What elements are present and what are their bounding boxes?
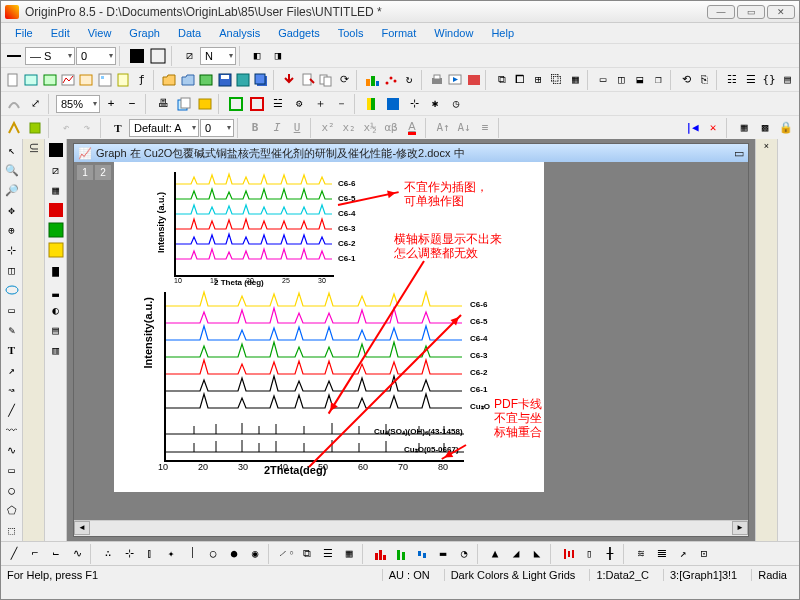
menu-graph[interactable]: Graph (121, 25, 168, 41)
batch-btn[interactable] (364, 70, 381, 90)
right-tab-panel[interactable]: × (755, 139, 777, 541)
duplicate-btn[interactable]: ⎘ (696, 70, 713, 90)
plot-2panel[interactable]: ⧉ (297, 544, 317, 564)
color-fill[interactable]: ▆ (47, 261, 65, 279)
italic-btn[interactable]: I (266, 118, 286, 138)
add-plot-btn[interactable]: ＋ (310, 94, 330, 114)
polyline-tool[interactable]: 〰 (3, 421, 21, 439)
plot-bubble-color[interactable]: ◉ (245, 544, 265, 564)
new-workbook-btn[interactable] (22, 70, 39, 90)
tile-v-btn[interactable]: ◫ (613, 70, 630, 90)
decrease-font-btn[interactable]: A↓ (454, 118, 474, 138)
line-tool[interactable]: ╱ (3, 401, 21, 419)
zoom-in-tool[interactable]: 🔍 (3, 161, 21, 179)
font-size-combo[interactable]: 0 (200, 119, 234, 137)
minimize-button[interactable]: — (707, 5, 735, 19)
font-combo[interactable]: Default: A (129, 119, 199, 137)
font-color-btn[interactable]: A (402, 118, 422, 138)
marker-none-btn[interactable]: ⧄ (179, 46, 199, 66)
circle-tool[interactable]: ○ (3, 481, 21, 499)
dup-layer-btn[interactable]: ⿻ (548, 70, 565, 90)
add-xy-scale-btn[interactable]: ⊹ (404, 94, 424, 114)
graph-window[interactable]: 📈 Graph 在 Cu2O包覆碱式铜盐核壳型催化剂的研制及催化性能-修改2.d… (73, 143, 749, 537)
scatter-btn[interactable] (382, 70, 399, 90)
color-yellow[interactable] (47, 241, 65, 259)
plot-float-column[interactable] (412, 544, 432, 564)
line-width-combo[interactable]: 0 (76, 47, 116, 65)
tile-h-btn[interactable]: ⬓ (631, 70, 648, 90)
menu-help[interactable]: Help (483, 25, 522, 41)
supsub-btn[interactable]: x½ (360, 118, 380, 138)
color-map[interactable]: ▥ (47, 341, 65, 359)
line-style-btn[interactable] (4, 46, 24, 66)
data-reader-tool[interactable]: ⊕ (3, 221, 21, 239)
menu-data[interactable]: Data (170, 25, 209, 41)
recalc-btn[interactable]: ↻ (400, 70, 417, 90)
copy-format-btn[interactable] (25, 118, 45, 138)
data-selector-tool[interactable]: ◫ (3, 261, 21, 279)
import-single-btn[interactable] (299, 70, 316, 90)
menu-analysis[interactable]: Analysis (211, 25, 268, 41)
refresh-btn[interactable]: ⟲ (677, 70, 694, 90)
cmd-window-btn[interactable]: ▤ (779, 70, 796, 90)
copy-page-btn[interactable] (174, 94, 194, 114)
plot-vstep[interactable]: ⌙ (46, 544, 66, 564)
save-btn[interactable] (216, 70, 233, 90)
plot-scatter[interactable]: ∴ (98, 544, 118, 564)
plot-template[interactable]: ⊡ (694, 544, 714, 564)
rescale-btn[interactable]: ⤢ (25, 94, 45, 114)
save-all-btn[interactable] (253, 70, 270, 90)
remove-plot-btn[interactable]: － (331, 94, 351, 114)
graph-restore-btn[interactable]: ▭ (734, 147, 744, 160)
align-left-btn[interactable]: ≡ (475, 118, 495, 138)
lock-btn[interactable]: 🔒 (776, 118, 796, 138)
screen-reader-tool[interactable]: ⊹ (3, 241, 21, 259)
menu-gadgets[interactable]: Gadgets (270, 25, 328, 41)
plot-vector[interactable]: ↗ (673, 544, 693, 564)
new-graph-btn[interactable] (59, 70, 76, 90)
add-cmap-btn[interactable] (383, 94, 403, 114)
plot-yerror[interactable]: ⫿ (140, 544, 160, 564)
tile-btn[interactable]: ▦ (566, 70, 583, 90)
import-wizard-btn[interactable] (281, 70, 298, 90)
color-none[interactable]: ⧄ (47, 161, 65, 179)
rescale-show-all-btn[interactable] (226, 94, 246, 114)
plot-pie[interactable]: ◔ (454, 544, 474, 564)
graph-hscroll[interactable]: ◄ ► (74, 520, 748, 536)
plot-area[interactable]: ▲ (485, 544, 505, 564)
menu-tools[interactable]: Tools (330, 25, 372, 41)
redo-btn[interactable]: ↷ (77, 118, 97, 138)
plot-xyerror[interactable]: ✦ (161, 544, 181, 564)
plot-line[interactable]: ╱ (4, 544, 24, 564)
menu-file[interactable]: File (7, 25, 41, 41)
zoom-combo[interactable]: 85% (56, 95, 100, 113)
fill-color-btn[interactable] (127, 46, 147, 66)
m-start-btn[interactable]: |◀ (682, 118, 702, 138)
increase-font-btn[interactable]: A↑ (433, 118, 453, 138)
superscript-btn[interactable]: x² (318, 118, 338, 138)
right-close-icon[interactable]: × (762, 139, 771, 153)
plot-3panel[interactable]: ☰ (318, 544, 338, 564)
region-object-tool[interactable]: ⬚ (3, 521, 21, 539)
plot-hilo[interactable] (558, 544, 578, 564)
marker-fill-btn[interactable]: ◨ (268, 46, 288, 66)
code-builder-btn[interactable]: {} (760, 70, 777, 90)
plot-scatter-central[interactable]: ⊹ (119, 544, 139, 564)
antialias-btn[interactable] (4, 94, 24, 114)
slideshow-btn[interactable] (447, 70, 464, 90)
layer-tab-1[interactable]: 1 (77, 165, 93, 180)
new-layout-btn[interactable] (96, 70, 113, 90)
text-tool[interactable]: T (3, 341, 21, 359)
plot-bubble[interactable]: ○ (203, 544, 223, 564)
plot-fill-area[interactable]: ◢ (506, 544, 526, 564)
plot-line-symbol[interactable]: ⟋◦ (276, 544, 296, 564)
project-explorer-btn[interactable]: ☷ (724, 70, 741, 90)
freehand-tool[interactable]: ∿ (3, 441, 21, 459)
status-theme[interactable]: Dark Colors & Light Grids (444, 569, 582, 581)
new-project-btn[interactable] (4, 70, 21, 90)
mask-btn[interactable]: ▦ (734, 118, 754, 138)
region-tool[interactable] (3, 281, 21, 299)
speed-mode-btn[interactable] (247, 94, 267, 114)
color-line[interactable]: ▂ (47, 281, 65, 299)
m-end-btn[interactable]: ✕ (703, 118, 723, 138)
